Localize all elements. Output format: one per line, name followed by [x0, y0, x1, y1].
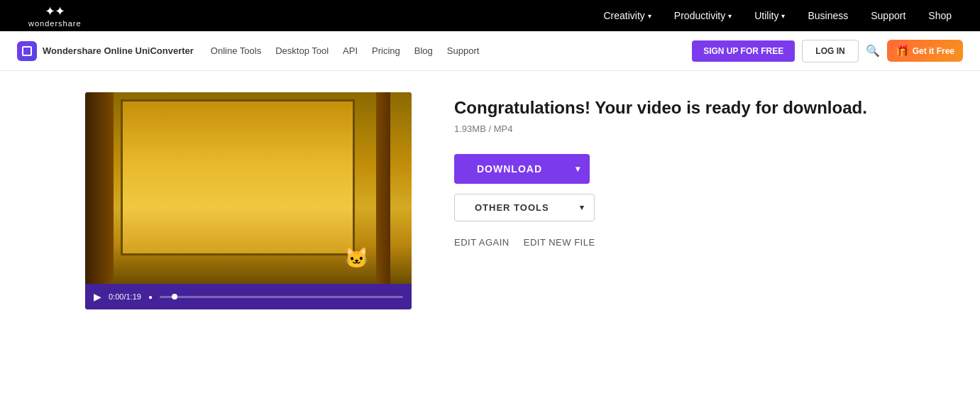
- download-arrow-icon: ▾: [566, 155, 590, 183]
- top-nav-utility[interactable]: Utility ▾: [754, 10, 785, 21]
- top-nav-shop[interactable]: Shop: [928, 10, 952, 21]
- chevron-down-icon: ▾: [781, 12, 785, 20]
- edit-new-file-link[interactable]: EDIT NEW FILE: [524, 237, 595, 248]
- search-button[interactable]: 🔍: [866, 44, 880, 57]
- play-button[interactable]: ▶: [94, 291, 101, 302]
- action-links: EDIT AGAIN EDIT NEW FILE: [454, 237, 895, 248]
- brand-logo[interactable]: Wondershare Online UniConverter: [17, 41, 194, 61]
- brand-icon-inner: [22, 46, 32, 56]
- top-nav-business[interactable]: Business: [808, 10, 848, 21]
- cat-element: 🐱: [344, 246, 369, 270]
- top-navigation: ✦✦ wondershare Creativity ▾ Productivity…: [0, 0, 980, 31]
- other-tools-arrow-icon: ▾: [570, 195, 594, 220]
- dot-indicator: ●: [148, 293, 153, 301]
- nav-actions: SIGN UP FOR FREE LOG IN 🔍 🎁 Get it Free: [692, 40, 963, 62]
- get-it-free-label: Get it Free: [913, 46, 954, 56]
- get-it-free-button[interactable]: 🎁 Get it Free: [887, 40, 963, 62]
- top-nav-support[interactable]: Support: [871, 10, 905, 21]
- edit-again-link[interactable]: EDIT AGAIN: [454, 237, 510, 248]
- chevron-down-icon: ▾: [728, 12, 732, 20]
- download-panel: Congratulations! Your video is ready for…: [454, 92, 895, 248]
- wondershare-logo[interactable]: ✦✦ wondershare: [28, 4, 82, 28]
- curtain-right: [376, 92, 390, 284]
- secondary-navigation: Wondershare Online UniConverter Online T…: [0, 31, 980, 71]
- nav-api[interactable]: API: [343, 45, 358, 56]
- other-tools-label: OTHER TOOLS: [455, 194, 569, 221]
- download-label: DOWNLOAD: [454, 154, 565, 184]
- nav-blog[interactable]: Blog: [414, 45, 433, 56]
- gift-icon: 🎁: [896, 44, 910, 57]
- nav-online-tools[interactable]: Online Tools: [211, 45, 261, 56]
- nav-pricing[interactable]: Pricing: [372, 45, 400, 56]
- progress-indicator: [172, 294, 177, 299]
- ws-logo-icon: ✦✦: [45, 4, 65, 19]
- search-icon: 🔍: [866, 45, 880, 57]
- video-player[interactable]: 🐱 ▶ 0:00/1:19 ●: [85, 92, 412, 309]
- video-thumbnail: 🐱: [85, 92, 412, 284]
- login-button[interactable]: LOG IN: [802, 40, 858, 62]
- second-nav-links: Online Tools Desktop Tool API Pricing Bl…: [211, 45, 675, 56]
- signup-button[interactable]: SIGN UP FOR FREE: [692, 40, 795, 62]
- chevron-down-icon: ▾: [648, 12, 651, 20]
- ws-logo-text: wondershare: [28, 19, 82, 28]
- brand-name: Wondershare Online UniConverter: [43, 45, 194, 56]
- time-display: 0:00/1:19: [109, 292, 141, 301]
- video-scene: 🐱: [85, 92, 412, 284]
- congrats-title: Congratulations! Your video is ready for…: [454, 98, 895, 118]
- file-info: 1.93MB / MP4: [454, 123, 895, 134]
- nav-desktop-tool[interactable]: Desktop Tool: [275, 45, 329, 56]
- video-controls-bar: ▶ 0:00/1:19 ●: [85, 284, 412, 309]
- door-frame: [121, 99, 355, 255]
- nav-support[interactable]: Support: [447, 45, 480, 56]
- top-nav-creativity[interactable]: Creativity ▾: [603, 10, 651, 21]
- main-content: 🐱 ▶ 0:00/1:19 ● Congratulations! Your vi…: [0, 71, 980, 331]
- other-tools-button[interactable]: OTHER TOOLS ▾: [454, 194, 595, 221]
- top-nav-productivity[interactable]: Productivity ▾: [674, 10, 732, 21]
- progress-bar[interactable]: [160, 296, 403, 298]
- brand-icon: [17, 41, 37, 61]
- top-nav-links: Creativity ▾ Productivity ▾ Utility ▾ Bu…: [603, 10, 952, 21]
- curtain-left: [85, 92, 114, 284]
- download-button[interactable]: DOWNLOAD ▾: [454, 154, 590, 184]
